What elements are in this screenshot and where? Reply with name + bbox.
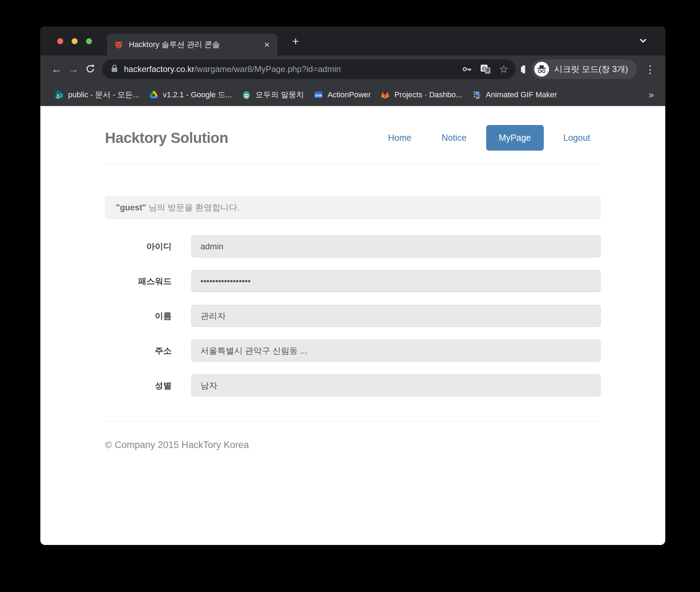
svg-text:s: s <box>57 92 59 97</box>
bookmark-item[interactable]: DSM ActionPower <box>309 88 376 101</box>
url-text: hackerfactory.co.kr/wargame/war8/MyPage.… <box>124 64 454 74</box>
form-row-id: 아이디 <box>105 235 601 257</box>
side-panel-icon[interactable] <box>522 67 525 72</box>
site-header: Hacktory Solution Home Notice MyPage Log… <box>105 125 601 151</box>
bookmark-label: ActionPower <box>328 90 371 99</box>
id-field[interactable] <box>191 235 601 257</box>
name-label: 이름 <box>105 310 191 322</box>
name-field[interactable] <box>191 305 601 327</box>
lock-icon <box>111 64 118 74</box>
form-row-address: 주소 <box>105 340 601 362</box>
welcome-message: 님의 방문을 환영합니다. <box>148 202 240 213</box>
bookmark-item[interactable]: Projects · Dashbo... <box>376 88 467 101</box>
bookmark-star-icon[interactable]: ☆ <box>499 63 508 75</box>
bookmarks-bar: s public - 문서 - 모든... v1.2.1 - Google 드.… <box>40 83 665 106</box>
chevron-down-icon[interactable] <box>638 35 648 47</box>
profile-form: 아이디 패스워드 이름 주소 <box>105 235 601 396</box>
translate-icon[interactable]: G <box>480 63 491 75</box>
tab-title: Hacktory 솔루션 관리 콘솔 <box>129 39 259 50</box>
url-bar[interactable]: hackerfactory.co.kr/wargame/war8/MyPage.… <box>102 59 515 79</box>
welcome-banner: "guest" 님의 방문을 환영합니다. <box>105 196 601 219</box>
browser-window: Hacktory 솔루션 관리 콘솔 × + ← → hackerfactory… <box>40 27 665 545</box>
header-divider <box>105 164 601 164</box>
gender-label: 성별 <box>105 380 191 391</box>
bookmark-item[interactable]: s public - 문서 - 모든... <box>49 87 144 102</box>
nav-logout[interactable]: Logout <box>553 126 601 150</box>
bookmark-label: v1.2.1 - Google 드... <box>163 90 232 100</box>
password-key-icon[interactable] <box>462 63 472 75</box>
password-field[interactable] <box>191 270 601 292</box>
main-nav: Home Notice MyPage Logout <box>368 125 601 151</box>
gender-field[interactable] <box>191 374 601 396</box>
browser-toolbar: ← → hackerfactory.co.kr/wargame/war8/MyP… <box>40 55 665 83</box>
dsm-icon: DSM <box>314 90 323 99</box>
mascot-icon <box>242 90 251 99</box>
tab-strip: Hacktory 솔루션 관리 콘솔 × + <box>40 27 665 55</box>
form-row-password: 패스워드 <box>105 270 601 292</box>
minimize-window-button[interactable] <box>72 38 78 44</box>
incognito-label: 시크릿 모드(창 3개) <box>554 64 628 75</box>
url-host: hackerfactory.co.kr <box>124 64 194 74</box>
welcome-username: "guest" <box>116 203 146 212</box>
gitlab-icon <box>381 90 390 99</box>
bookmark-item[interactable]: GIF Animated GIF Maker <box>467 88 562 101</box>
bookmark-label: public - 문서 - 모든... <box>68 90 139 100</box>
incognito-spy-icon <box>534 62 549 77</box>
screenshot-stage: Hacktory 솔루션 관리 콘솔 × + ← → hackerfactory… <box>0 0 700 592</box>
new-tab-button[interactable]: + <box>288 33 303 49</box>
zoom-window-button[interactable] <box>86 38 92 44</box>
tab-close-icon[interactable]: × <box>264 40 270 49</box>
svg-text:DSM: DSM <box>315 93 322 97</box>
form-row-gender: 성별 <box>105 374 601 396</box>
bookmarks-overflow-icon[interactable]: » <box>646 89 656 100</box>
sharepoint-icon: s <box>54 90 64 99</box>
bookmark-label: Projects · Dashbo... <box>394 90 462 99</box>
bookmark-label: Animated GIF Maker <box>486 90 557 99</box>
url-path: /wargame/war8/MyPage.php?id=admin <box>194 64 341 74</box>
footer-copyright: © Company 2015 HackTory Korea <box>105 421 601 450</box>
traffic-lights <box>57 38 92 44</box>
google-drive-icon <box>149 90 158 99</box>
form-row-name: 이름 <box>105 305 601 327</box>
nav-mypage[interactable]: MyPage <box>486 125 544 151</box>
browser-tab[interactable]: Hacktory 솔루션 관리 콘솔 × <box>107 34 277 55</box>
forward-icon[interactable]: → <box>65 61 82 78</box>
browser-menu-icon[interactable]: ⋮ <box>643 63 658 75</box>
nav-notice[interactable]: Notice <box>431 126 477 150</box>
reload-icon[interactable] <box>82 61 99 78</box>
nav-home[interactable]: Home <box>377 126 422 150</box>
password-label: 패스워드 <box>105 276 191 287</box>
bookmark-label: 모두의 말뭉치 <box>256 90 304 100</box>
bookmark-item[interactable]: 모두의 말뭉치 <box>237 87 309 102</box>
close-window-button[interactable] <box>57 38 63 44</box>
svg-text:GIF: GIF <box>476 96 480 99</box>
gif-icon: GIF <box>472 90 481 99</box>
devil-favicon-icon <box>114 40 123 49</box>
bookmark-item[interactable]: v1.2.1 - Google 드... <box>144 87 237 102</box>
incognito-badge[interactable]: 시크릿 모드(창 3개) <box>531 59 637 79</box>
page-content: Hacktory Solution Home Notice MyPage Log… <box>40 106 665 545</box>
address-field[interactable] <box>191 340 601 362</box>
id-label: 아이디 <box>105 241 191 252</box>
address-label: 주소 <box>105 345 191 356</box>
back-icon[interactable]: ← <box>48 61 65 78</box>
page-title: Hacktory Solution <box>105 130 228 146</box>
